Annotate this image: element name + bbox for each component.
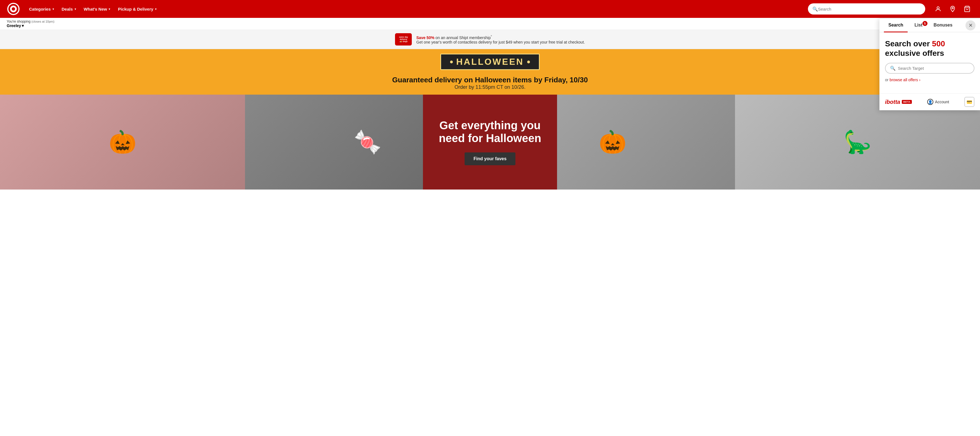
chevron-down-icon: ▾ xyxy=(22,24,24,28)
store-name-button[interactable]: Greeley ▾ xyxy=(7,24,55,28)
search-icon: 🔍 xyxy=(812,6,818,12)
delivery-headline: Guaranteed delivery on Halloween items b… xyxy=(0,76,980,84)
hero-text-center: Guaranteed delivery on Halloween items b… xyxy=(0,72,980,95)
chevron-down-icon: ▾ xyxy=(52,8,54,11)
chevron-down-icon: ▾ xyxy=(155,8,156,11)
shopping-info: You're shopping (closes at 10pm): xyxy=(7,19,55,24)
search-bar: 🔍 xyxy=(808,3,925,14)
tab-search[interactable]: Search xyxy=(884,19,908,32)
halloween-title-bar: HALLOWEEN xyxy=(0,49,980,72)
nav-pickup-delivery[interactable]: Pickup & Delivery ▾ xyxy=(115,5,160,14)
subheader: You're shopping (closes at 10pm): Greele… xyxy=(0,18,980,30)
target-logo[interactable] xyxy=(7,2,20,16)
ibotta-search-input[interactable] xyxy=(898,66,969,71)
tab-list[interactable]: List 5 xyxy=(910,19,927,32)
hero-images-row: 🎃 🍬 Get everything you need for Hallowee… xyxy=(0,95,980,190)
find-faves-button[interactable]: Find your faves xyxy=(465,152,515,165)
search-icon: 🔍 xyxy=(890,66,896,71)
find-store-button[interactable] xyxy=(947,4,959,14)
tab-bonuses[interactable]: Bonuses xyxy=(929,19,957,32)
nav-whats-new[interactable]: What's New ▾ xyxy=(80,5,114,14)
nav-categories[interactable]: Categories ▾ xyxy=(26,5,57,14)
bullet-decoration xyxy=(527,60,530,63)
svg-point-4 xyxy=(937,7,939,9)
header-icons xyxy=(932,4,973,14)
account-icon: 👤 xyxy=(927,99,933,105)
hero-section: HALLOWEEN Guaranteed delivery on Hallowe… xyxy=(0,49,980,190)
same-day-delivery-icon: same daydelivery🚚 Shipt xyxy=(395,33,412,46)
dropdown-tabs: Search List 5 Bonuses ✕ xyxy=(880,19,980,32)
svg-point-5 xyxy=(952,8,953,9)
close-button[interactable]: ✕ xyxy=(966,21,975,30)
ibotta-logo: ibotta BETA xyxy=(885,99,912,105)
chevron-down-icon: ▾ xyxy=(109,8,110,11)
wallet-button[interactable]: 💳 xyxy=(964,97,974,107)
search-input[interactable] xyxy=(818,7,921,11)
main-nav: Categories ▾ Deals ▾ What's New ▾ Pickup… xyxy=(26,5,803,14)
bullet-decoration xyxy=(450,60,453,63)
hero-center-overlay: Get everything you need for Halloween Fi… xyxy=(423,95,557,190)
delivery-subline: Order by 11:55pm CT on 10/26. xyxy=(0,84,980,90)
promo-text: Save 50% on an annual Shipt membership° … xyxy=(416,34,585,44)
dropdown-content: Search over 500 exclusive offers 🔍 or br… xyxy=(880,32,980,93)
chevron-down-icon: ▾ xyxy=(75,8,76,11)
browse-link-container: or browse all offers › xyxy=(885,78,974,82)
dropdown-footer: ibotta BETA 👤 Account 💳 xyxy=(880,93,980,110)
location-container: You're shopping (closes at 10pm): Greele… xyxy=(7,19,55,28)
halloween-badge: HALLOWEEN xyxy=(440,54,540,70)
promo-banner: same daydelivery🚚 Shipt Save 50% on an a… xyxy=(0,30,980,49)
svg-point-3 xyxy=(12,7,15,11)
nav-deals[interactable]: Deals ▾ xyxy=(58,5,80,14)
header-search-container: 🔍 xyxy=(808,3,925,14)
cart-button[interactable] xyxy=(961,4,973,14)
ibotta-dropdown-panel: Search List 5 Bonuses ✕ Search over 500 … xyxy=(880,18,980,110)
ibotta-search-bar[interactable]: 🔍 xyxy=(885,63,974,74)
browse-all-offers-link[interactable]: browse all offers › xyxy=(889,78,920,82)
hero-image-witch-pumpkin: 🎃 xyxy=(0,95,245,190)
hero-overlay-text: Get everything you need for Halloween xyxy=(432,119,548,144)
main-header: Categories ▾ Deals ▾ What's New ▾ Pickup… xyxy=(0,0,980,18)
sign-in-button[interactable] xyxy=(932,4,944,14)
list-badge: 5 xyxy=(923,21,928,26)
wallet-icon: 💳 xyxy=(967,99,972,105)
dropdown-heading: Search over 500 exclusive offers xyxy=(885,39,974,58)
account-button[interactable]: 👤 Account xyxy=(927,99,949,105)
